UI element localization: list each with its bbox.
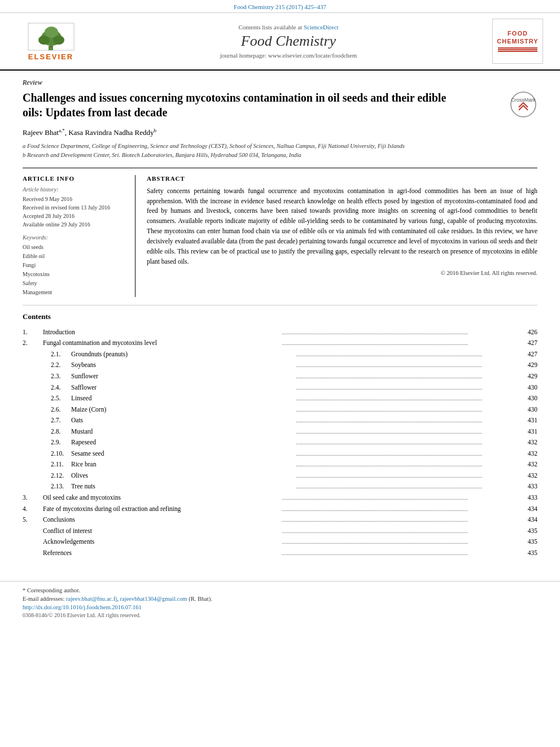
history-label: Article history: (23, 186, 127, 193)
toc-label: References (43, 548, 279, 559)
doi-link[interactable]: http://dx.doi.org/10.1016/j.foodchem.201… (23, 604, 142, 610)
toc-dots: ........................................… (296, 459, 518, 470)
toc-item: 2.8. Mustard ...........................… (23, 426, 537, 438)
toc-dots: ........................................… (282, 338, 518, 348)
badge-food-text: FOOD (508, 30, 528, 37)
toc-dots: ........................................… (296, 437, 518, 448)
toc-num: 2. (23, 338, 43, 349)
toc-dots: ........................................… (296, 470, 518, 481)
food-chemistry-badge: FOOD CHEMISTRY (492, 19, 543, 64)
toc-label: Conflict of interest (43, 526, 279, 537)
email-line: E-mail addresses: rajeev.bhat@fnu.ac.fj,… (23, 596, 537, 602)
toc-page: 434 (520, 504, 537, 515)
toc-label: Fate of mycotoxins during oil extraction… (43, 504, 279, 515)
abstract-text: Safety concerns pertaining towards funga… (147, 186, 537, 267)
email1-link[interactable]: rajeev.bhat@fnu.ac.fj (66, 596, 117, 602)
toc-num: 2.3. (51, 371, 71, 382)
toc-label: Rice bran (71, 459, 294, 470)
toc-label: Introduction (43, 327, 279, 338)
toc-dots: ........................................… (296, 404, 518, 415)
toc-page: 426 (520, 327, 537, 338)
toc-item: 2.4. Safflower .........................… (23, 382, 537, 394)
toc-dots: ........................................… (282, 536, 518, 547)
toc-page: 435 (520, 536, 537, 548)
toc-item: 4. Fate of mycotoxins during oil extract… (23, 504, 537, 515)
star-note: * Corresponding author. (23, 587, 537, 593)
toc-label: Oil seed cake and mycotoxins (43, 492, 279, 504)
toc-item: 2.2. Soybeans ..........................… (23, 360, 537, 371)
toc-num: 2.7. (51, 415, 71, 426)
keyword-3: Fungi (23, 261, 127, 270)
toc-label: Groundnuts (peanuts) (71, 349, 294, 360)
toc-dots: ........................................… (296, 371, 518, 382)
toc-num: 1. (23, 327, 43, 338)
toc-label: Maize (Corn) (71, 404, 294, 416)
svg-text:CrossMark: CrossMark (511, 97, 536, 103)
contents-title: Contents (23, 312, 537, 321)
toc-dots: ........................................… (296, 481, 518, 492)
toc-dots: ........................................… (296, 349, 518, 360)
toc-label: Linseed (71, 393, 294, 404)
toc-page: 433 (520, 492, 537, 504)
toc-num: 2.11. (51, 459, 71, 470)
author2-name: , Kasa Ravindra Nadha Reddy (65, 128, 154, 137)
article-history: Article history: Received 9 May 2016 Rec… (23, 186, 127, 229)
toc-item: 2.1. Groundnuts (peanuts) ..............… (23, 349, 537, 360)
toc-num: 2.2. (51, 360, 71, 371)
toc-label: Sesame seed (71, 448, 294, 460)
toc-item: 2.10. Sesame seed ......................… (23, 448, 537, 460)
sciencedirect-link[interactable]: ScienceDirect (304, 24, 339, 30)
toc-page: 432 (520, 470, 537, 482)
toc-num: 2.1. (51, 349, 71, 360)
keywords-section: Keywords: Oil seeds Edible oil Fungi Myc… (23, 234, 127, 297)
toc-page: 432 (520, 437, 537, 448)
toc-item: 2. Fungal contamination and mycotoxins l… (23, 338, 537, 349)
toc-item: 2.12. Olives ...........................… (23, 470, 537, 482)
journal-homepage: journal homepage: www.elsevier.com/locat… (85, 52, 492, 59)
article-info-abstract: ARTICLE INFO Article history: Received 9… (23, 168, 537, 297)
article-title: Challenges and issues concerning mycotox… (23, 90, 452, 120)
journal-header: ELSEVIER Contents lists available at Sci… (0, 13, 560, 71)
keyword-4: Mycotoxins (23, 270, 127, 279)
toc-item: 2.13. Tree nuts ........................… (23, 481, 537, 492)
keyword-1: Oil seeds (23, 243, 127, 252)
toc-item: 2.5. Linseed ...........................… (23, 393, 537, 404)
toc-page: 435 (520, 526, 537, 537)
keywords-label: Keywords: (23, 234, 127, 241)
toc-dots: ........................................… (282, 548, 518, 558)
main-content: Review CrossMark Challenges and issues c… (0, 71, 560, 570)
abstract-title: ABSTRACT (147, 175, 537, 182)
keyword-6: Management (23, 288, 127, 297)
toc-item: 2.7. Oats ..............................… (23, 415, 537, 426)
toc-label: Rapeseed (71, 437, 294, 448)
toc-page: 434 (520, 514, 537, 526)
article-info-title: ARTICLE INFO (23, 175, 127, 182)
citation-bar: Food Chemistry 215 (2017) 425–437 (0, 0, 560, 13)
toc-num: 2.4. (51, 382, 71, 394)
toc-dots: ........................................… (296, 393, 518, 404)
toc-num: 3. (23, 492, 43, 504)
toc-label: Tree nuts (71, 481, 294, 492)
keyword-5: Safety (23, 279, 127, 288)
elsevier-label: ELSEVIER (28, 53, 73, 61)
affiliations: a Food Science Department, College of En… (23, 142, 537, 160)
toc-page: 430 (520, 393, 537, 404)
toc-page: 427 (520, 338, 537, 349)
issn-line: 0308-8146/© 2016 Elsevier Ltd. All right… (23, 612, 537, 618)
toc-label: Olives (71, 470, 294, 482)
toc-item: 2.6. Maize (Corn) ......................… (23, 404, 537, 416)
citation-text: Food Chemistry 215 (2017) 425–437 (234, 3, 326, 10)
toc-dots: ........................................… (296, 426, 518, 437)
toc-num: 2.13. (51, 481, 71, 492)
toc-item: Acknowledgements .......................… (23, 536, 537, 548)
toc-page: 432 (520, 459, 537, 470)
toc-item: Conflict of interest ...................… (23, 526, 537, 537)
toc-label: Sunflower (71, 371, 294, 382)
email2-link[interactable]: rajeevbhat1304@gmail.com (120, 596, 187, 602)
section-label: Review (23, 78, 537, 87)
toc-page: 433 (520, 481, 537, 492)
toc-label: Soybeans (71, 360, 294, 371)
toc-dots: ........................................… (282, 504, 518, 514)
toc-page: 429 (520, 371, 537, 382)
author2-sup: b (154, 128, 156, 133)
